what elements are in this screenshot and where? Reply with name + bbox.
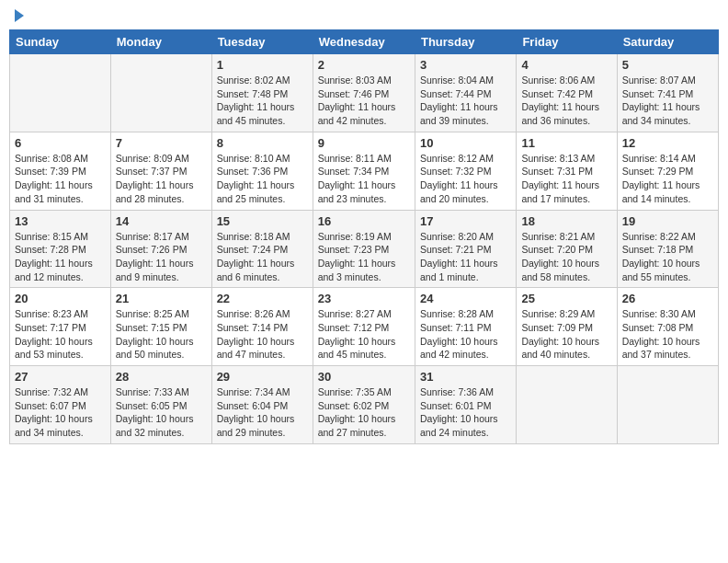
day-detail: Sunrise: 8:30 AMSunset: 7:08 PMDaylight:… [622,307,713,362]
logo-arrow-icon [15,9,24,22]
day-number: 24 [420,292,511,305]
day-detail: Sunrise: 8:18 AMSunset: 7:24 PMDaylight:… [217,230,308,284]
day-number: 16 [318,214,410,228]
day-number: 23 [318,292,410,305]
day-detail: Sunrise: 8:10 AMSunset: 7:36 PMDaylight:… [217,152,308,206]
calendar-cell: 16Sunrise: 8:19 AMSunset: 7:23 PMDayligh… [313,210,415,288]
weekday-header-monday: Monday [110,30,211,54]
weekday-header-thursday: Thursday [415,30,516,54]
calendar-cell: 22Sunrise: 8:26 AMSunset: 7:14 PMDayligh… [211,288,313,366]
calendar-week-2: 6Sunrise: 8:08 AMSunset: 7:39 PMDaylight… [10,132,719,210]
calendar-cell [517,366,617,444]
logo [13,9,24,22]
calendar-cell: 31Sunrise: 7:36 AMSunset: 6:01 PMDayligh… [415,366,516,444]
weekday-header-tuesday: Tuesday [211,30,313,54]
day-detail: Sunrise: 8:26 AMSunset: 7:14 PMDaylight:… [217,307,308,362]
weekday-header-friday: Friday [517,30,617,54]
day-detail: Sunrise: 7:36 AMSunset: 6:01 PMDaylight:… [420,385,511,440]
calendar-cell: 25Sunrise: 8:29 AMSunset: 7:09 PMDayligh… [517,288,617,366]
day-detail: Sunrise: 8:20 AMSunset: 7:21 PMDaylight:… [420,230,511,284]
day-number: 27 [15,370,106,384]
calendar-cell: 1Sunrise: 8:02 AMSunset: 7:48 PMDaylight… [211,54,313,132]
calendar-cell: 24Sunrise: 8:28 AMSunset: 7:11 PMDayligh… [415,288,516,366]
calendar-week-3: 13Sunrise: 8:15 AMSunset: 7:28 PMDayligh… [10,210,719,288]
day-number: 31 [420,370,511,384]
day-detail: Sunrise: 7:35 AMSunset: 6:02 PMDaylight:… [318,385,410,440]
calendar-cell: 7Sunrise: 8:09 AMSunset: 7:37 PMDaylight… [110,132,211,210]
weekday-header-wednesday: Wednesday [313,30,415,54]
day-detail: Sunrise: 8:04 AMSunset: 7:44 PMDaylight:… [420,74,511,128]
day-number: 7 [116,136,207,150]
day-number: 30 [318,370,410,384]
day-number: 8 [217,136,308,150]
calendar-cell: 23Sunrise: 8:27 AMSunset: 7:12 PMDayligh… [313,288,415,366]
calendar-week-5: 27Sunrise: 7:32 AMSunset: 6:07 PMDayligh… [10,366,719,444]
day-number: 19 [622,214,713,228]
calendar-cell: 19Sunrise: 8:22 AMSunset: 7:18 PMDayligh… [617,210,718,288]
day-detail: Sunrise: 8:03 AMSunset: 7:46 PMDaylight:… [318,74,410,128]
day-number: 26 [622,292,713,305]
calendar-cell: 5Sunrise: 8:07 AMSunset: 7:41 PMDaylight… [617,54,718,132]
day-number: 15 [217,214,308,228]
calendar-cell: 15Sunrise: 8:18 AMSunset: 7:24 PMDayligh… [211,210,313,288]
day-detail: Sunrise: 8:28 AMSunset: 7:11 PMDaylight:… [420,307,511,362]
calendar-cell: 8Sunrise: 8:10 AMSunset: 7:36 PMDaylight… [211,132,313,210]
calendar-cell: 27Sunrise: 7:32 AMSunset: 6:07 PMDayligh… [10,366,111,444]
day-detail: Sunrise: 8:14 AMSunset: 7:29 PMDaylight:… [622,152,713,206]
day-detail: Sunrise: 8:27 AMSunset: 7:12 PMDaylight:… [318,307,410,362]
day-number: 22 [217,292,308,305]
weekday-header-sunday: Sunday [10,30,111,54]
calendar-cell: 6Sunrise: 8:08 AMSunset: 7:39 PMDaylight… [10,132,111,210]
day-number: 29 [217,370,308,384]
day-detail: Sunrise: 8:29 AMSunset: 7:09 PMDaylight:… [521,307,611,362]
day-number: 13 [15,214,106,228]
calendar-table: SundayMondayTuesdayWednesdayThursdayFrid… [9,29,719,444]
weekday-header-row: SundayMondayTuesdayWednesdayThursdayFrid… [10,30,719,54]
day-detail: Sunrise: 8:13 AMSunset: 7:31 PMDaylight:… [521,152,611,206]
calendar-cell: 10Sunrise: 8:12 AMSunset: 7:32 PMDayligh… [415,132,516,210]
day-number: 2 [318,58,410,72]
day-detail: Sunrise: 8:12 AMSunset: 7:32 PMDaylight:… [420,152,511,206]
calendar-cell: 11Sunrise: 8:13 AMSunset: 7:31 PMDayligh… [517,132,617,210]
day-detail: Sunrise: 8:15 AMSunset: 7:28 PMDaylight:… [15,230,106,284]
day-number: 12 [622,136,713,150]
calendar-cell: 4Sunrise: 8:06 AMSunset: 7:42 PMDaylight… [517,54,617,132]
day-number: 17 [420,214,511,228]
calendar-week-1: 1Sunrise: 8:02 AMSunset: 7:48 PMDaylight… [10,54,719,132]
day-number: 3 [420,58,511,72]
calendar-cell: 14Sunrise: 8:17 AMSunset: 7:26 PMDayligh… [110,210,211,288]
calendar-cell: 30Sunrise: 7:35 AMSunset: 6:02 PMDayligh… [313,366,415,444]
calendar-cell: 13Sunrise: 8:15 AMSunset: 7:28 PMDayligh… [10,210,111,288]
day-detail: Sunrise: 8:06 AMSunset: 7:42 PMDaylight:… [521,74,611,128]
day-number: 20 [15,292,106,305]
day-detail: Sunrise: 8:21 AMSunset: 7:20 PMDaylight:… [521,230,611,284]
calendar-cell: 20Sunrise: 8:23 AMSunset: 7:17 PMDayligh… [10,288,111,366]
day-number: 4 [521,58,611,72]
calendar-cell: 28Sunrise: 7:33 AMSunset: 6:05 PMDayligh… [110,366,211,444]
day-number: 11 [521,136,611,150]
calendar-cell [10,54,111,132]
day-number: 6 [15,136,106,150]
day-number: 18 [521,214,611,228]
day-number: 28 [116,370,207,384]
day-number: 10 [420,136,511,150]
calendar-cell [110,54,211,132]
day-detail: Sunrise: 8:09 AMSunset: 7:37 PMDaylight:… [116,152,207,206]
calendar-cell: 12Sunrise: 8:14 AMSunset: 7:29 PMDayligh… [617,132,718,210]
day-detail: Sunrise: 8:25 AMSunset: 7:15 PMDaylight:… [116,307,207,362]
day-detail: Sunrise: 7:32 AMSunset: 6:07 PMDaylight:… [15,385,106,440]
calendar-cell [617,366,718,444]
page-header [9,9,719,22]
day-number: 14 [116,214,207,228]
day-number: 9 [318,136,410,150]
day-detail: Sunrise: 7:33 AMSunset: 6:05 PMDaylight:… [116,385,207,440]
calendar-cell: 18Sunrise: 8:21 AMSunset: 7:20 PMDayligh… [517,210,617,288]
calendar-cell: 29Sunrise: 7:34 AMSunset: 6:04 PMDayligh… [211,366,313,444]
day-number: 1 [217,58,308,72]
calendar-body: 1Sunrise: 8:02 AMSunset: 7:48 PMDaylight… [10,54,719,444]
calendar-cell: 17Sunrise: 8:20 AMSunset: 7:21 PMDayligh… [415,210,516,288]
day-detail: Sunrise: 8:22 AMSunset: 7:18 PMDaylight:… [622,230,713,284]
calendar-cell: 26Sunrise: 8:30 AMSunset: 7:08 PMDayligh… [617,288,718,366]
calendar-cell: 2Sunrise: 8:03 AMSunset: 7:46 PMDaylight… [313,54,415,132]
day-number: 5 [622,58,713,72]
